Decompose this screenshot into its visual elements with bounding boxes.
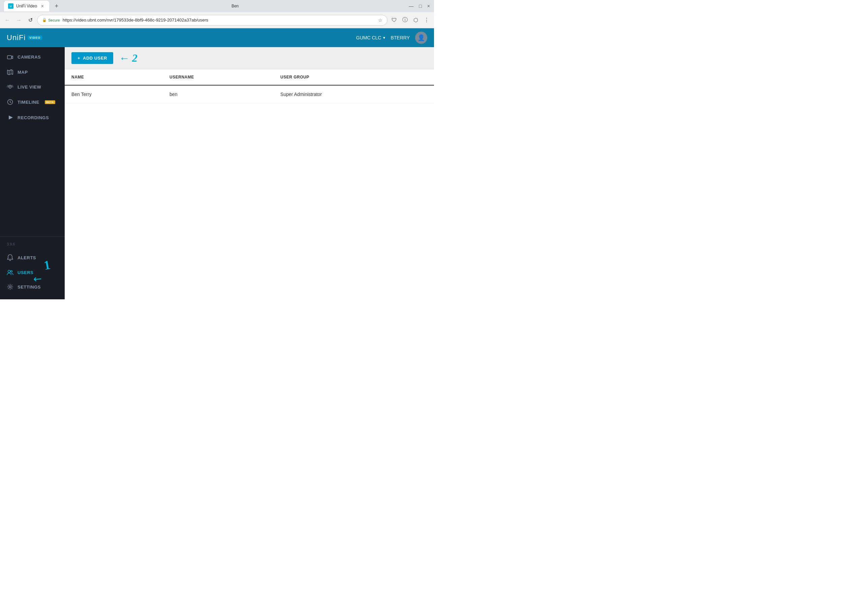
menu-icon[interactable]: ⋮: [422, 15, 431, 25]
tab-close-button[interactable]: ×: [40, 3, 45, 9]
svg-point-3: [8, 270, 11, 273]
browser-tab[interactable]: U UniFi Video ×: [4, 1, 49, 12]
new-tab-button[interactable]: +: [52, 2, 61, 11]
bookmark-icon[interactable]: ☆: [378, 18, 382, 23]
address-bar: ← → ↺ 🔒 Secure https://video.ubnt.com/nv…: [0, 12, 434, 28]
sidebar-item-alerts[interactable]: ALERTS: [7, 250, 58, 265]
secure-label: Secure: [48, 18, 60, 22]
browser-action-icons: 🛡 ⓘ ⬡ ⋮: [389, 15, 431, 25]
minimize-button[interactable]: —: [409, 3, 414, 9]
chevron-down-icon: ▾: [383, 35, 385, 40]
map-label: MAP: [18, 70, 28, 75]
col-user-group: USER GROUP: [273, 69, 434, 85]
sidebar-item-recordings[interactable]: RECORDINGS: [0, 110, 65, 125]
cell-name: Ben Terry: [65, 85, 163, 103]
users-icon: [7, 270, 14, 275]
server-selector[interactable]: GUMC CLC ▾: [356, 35, 385, 41]
sidebar-item-timeline[interactable]: TIMELINE BETA: [0, 94, 65, 110]
timeline-icon: [7, 99, 14, 105]
users-table-container: NAME USERNAME USER GROUP Ben Terry ben S…: [65, 69, 434, 300]
annotation-arrow-2: ← 2: [119, 52, 137, 64]
add-icon: +: [77, 56, 80, 60]
url-text: https://video.ubnt.com/nvr/179533de-8bf9…: [63, 18, 375, 23]
svg-point-1: [9, 86, 11, 88]
live-view-label: LIVE VIEW: [18, 84, 41, 90]
logo-area: UniFi VIDEO: [7, 33, 42, 42]
window-close-button[interactable]: ×: [427, 3, 430, 9]
map-icon: [7, 69, 14, 75]
content-toolbar: + ADD USER ← 2: [65, 47, 434, 69]
add-user-button[interactable]: + ADD USER: [71, 52, 113, 64]
recordings-label: RECORDINGS: [18, 115, 49, 120]
recordings-icon: [7, 114, 14, 120]
col-username: USERNAME: [163, 69, 273, 85]
maximize-button[interactable]: □: [419, 3, 421, 9]
extension-icon[interactable]: ⬡: [411, 15, 421, 25]
sidebar-bottom: 3.9.6 ALERTS: [0, 236, 65, 300]
sidebar-item-settings[interactable]: SETTINGS: [7, 280, 58, 294]
camera-icon: [7, 55, 14, 60]
shield-icon[interactable]: 🛡: [389, 15, 399, 25]
sidebar: CAMERAS MAP: [0, 47, 65, 300]
timeline-label: TIMELINE: [18, 100, 39, 105]
user-name: BTERRY: [391, 35, 410, 41]
live-view-icon: [7, 85, 14, 90]
tab-favicon: U: [8, 3, 14, 9]
server-name: GUMC CLC: [356, 35, 382, 41]
table-header: NAME USERNAME USER GROUP: [65, 69, 434, 85]
beta-badge: BETA: [45, 100, 55, 104]
users-table: NAME USERNAME USER GROUP Ben Terry ben S…: [65, 69, 434, 103]
users-label: USERS: [18, 270, 33, 275]
add-user-label: ADD USER: [83, 56, 107, 60]
table-body: Ben Terry ben Super Administrator: [65, 85, 434, 103]
url-action-icons: ☆: [378, 18, 382, 23]
sidebar-item-map[interactable]: MAP: [0, 64, 65, 80]
cameras-label: CAMERAS: [18, 54, 41, 60]
alerts-label: ALERTS: [18, 255, 36, 260]
svg-point-4: [11, 271, 12, 272]
cell-username: ben: [163, 85, 273, 103]
forward-button[interactable]: →: [14, 15, 24, 25]
logo-text: UniFi: [7, 33, 26, 42]
cell-user-group: Super Administrator: [273, 85, 434, 103]
table-row[interactable]: Ben Terry ben Super Administrator: [65, 85, 434, 103]
secure-badge: 🔒 Secure: [42, 18, 60, 22]
content-area: + ADD USER ← 2 NAME USERNAME USER GROUP: [65, 47, 434, 300]
window-controls: — □ ×: [409, 3, 430, 9]
back-button[interactable]: ←: [3, 15, 12, 25]
header-right: GUMC CLC ▾ BTERRY 👤: [356, 32, 427, 44]
tab-title: UniFi Video: [16, 4, 37, 8]
url-bar[interactable]: 🔒 Secure https://video.ubnt.com/nvr/1795…: [37, 15, 388, 26]
sidebar-nav: CAMERAS MAP: [0, 50, 65, 236]
sidebar-bottom-items: ALERTS USERS: [7, 250, 58, 294]
app-header: UniFi VIDEO GUMC CLC ▾ BTERRY 👤: [0, 28, 434, 47]
info-icon[interactable]: ⓘ: [400, 15, 410, 25]
settings-label: SETTINGS: [18, 284, 41, 290]
refresh-button[interactable]: ↺: [26, 15, 35, 25]
sidebar-item-users[interactable]: USERS: [7, 266, 58, 279]
alerts-icon: [7, 254, 14, 261]
avatar[interactable]: 👤: [415, 32, 427, 44]
main-area: CAMERAS MAP: [0, 47, 434, 300]
settings-icon: [7, 284, 14, 290]
version-text: 3.9.6: [7, 242, 58, 246]
svg-rect-0: [8, 56, 12, 59]
col-name: NAME: [65, 69, 163, 85]
avatar-icon: 👤: [418, 34, 425, 41]
sidebar-item-cameras[interactable]: CAMERAS: [0, 50, 65, 64]
logo-badge: VIDEO: [28, 36, 42, 40]
svg-point-5: [9, 286, 11, 288]
sidebar-item-live-view[interactable]: LIVE VIEW: [0, 80, 65, 94]
lock-icon: 🔒: [42, 18, 47, 22]
window-user: Ben: [231, 4, 239, 8]
